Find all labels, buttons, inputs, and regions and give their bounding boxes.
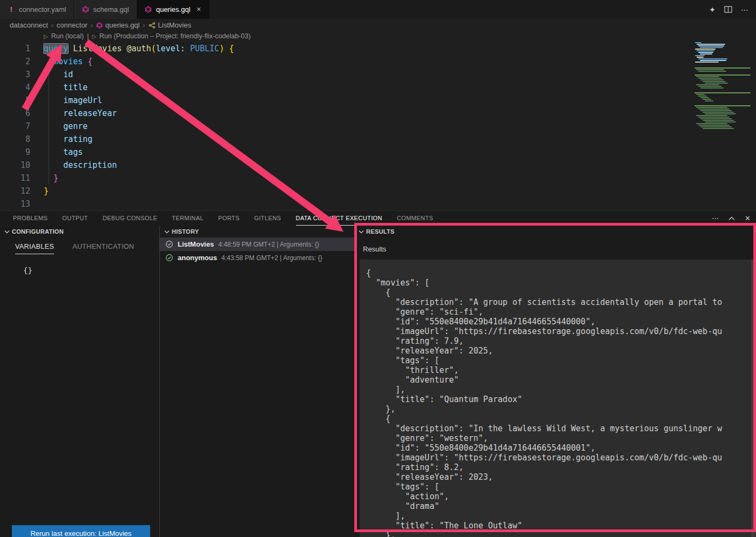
codelens-divider: | [87, 32, 89, 40]
code-text: genre [30, 120, 87, 133]
results-scrollbar[interactable] [751, 260, 755, 537]
tab-connector-yaml[interactable]: ! connector.yaml [0, 0, 74, 19]
tab-variables[interactable]: VARIABLES [15, 243, 54, 254]
code-lines[interactable]: 1query ListMovies @auth(level: PUBLIC) {… [0, 42, 691, 210]
rerun-button[interactable]: Rerun last execution: ListMovies [12, 525, 150, 537]
panel-tab-problems[interactable]: PROBLEMS [13, 211, 48, 226]
line-number: 2 [0, 55, 30, 68]
history-entry-meta: 4:43:58 PM GMT+2 | Arguments: {} [221, 254, 322, 262]
breadcrumb-queries-gql[interactable]: queries.gql [96, 21, 140, 29]
minimap-line [698, 52, 713, 53]
code-line[interactable]: 1query ListMovies @auth(level: PUBLIC) { [0, 42, 691, 55]
minimap-line [694, 105, 751, 106]
panel-tab-output[interactable]: OUTPUT [62, 211, 88, 226]
code-line[interactable]: 7 genre [0, 120, 691, 133]
panel-tab-gitlens[interactable]: GITLENS [254, 211, 281, 226]
code-text: title [30, 81, 87, 94]
code-text: id [30, 68, 73, 81]
minimap-line [698, 78, 721, 79]
breadcrumb-separator: › [91, 22, 93, 29]
code-line[interactable]: 2 movies { [0, 55, 691, 68]
variables-value[interactable]: {} [23, 266, 159, 275]
minimap-line [694, 92, 751, 93]
code-text: rating [30, 133, 92, 146]
panel-tab-terminal[interactable]: TERMINAL [172, 211, 204, 226]
close-icon[interactable]: ✕ [197, 6, 201, 13]
minimap-line [698, 71, 726, 72]
tab-schema-gql[interactable]: schema.gql [74, 0, 137, 19]
minimap-line [695, 49, 716, 50]
symbol-operation-icon [148, 22, 156, 29]
configuration-pane: CONFIGURATION VARIABLES AUTHENTICATION {… [0, 226, 160, 537]
panel-tab-ports[interactable]: PORTS [218, 211, 240, 226]
minimap-line [698, 58, 727, 59]
run-production-link[interactable]: Run (Production – Project: friendly-flix… [99, 32, 251, 40]
tab-label: schema.gql [93, 5, 129, 13]
code-editor[interactable]: ▷ Run (local) | ▷ Run (Production – Proj… [0, 31, 756, 210]
history-entry[interactable]: ListMovies4:48:59 PM GMT+2 | Arguments: … [160, 237, 354, 251]
split-editor-icon[interactable] [724, 6, 732, 13]
history-header[interactable]: HISTORY [160, 226, 354, 237]
code-line[interactable]: 4 title [0, 81, 691, 94]
minimap-line [703, 112, 734, 113]
code-text: imageUrl [30, 94, 102, 107]
tab-authentication[interactable]: AUTHENTICATION [72, 243, 134, 254]
results-pane: RESULTS Results { "movies": [ { "descrip… [354, 226, 756, 537]
tab-label: queries.gql [156, 5, 191, 13]
editor-tab-bar: ! connector.yaml schema.gql [0, 0, 756, 19]
minimap[interactable] [693, 42, 755, 130]
panel-more-icon[interactable]: ⋯ [712, 214, 719, 222]
configuration-header[interactable]: CONFIGURATION [0, 226, 159, 237]
minimap-line [703, 81, 726, 82]
code-line[interactable]: 10 description [0, 159, 691, 172]
code-line[interactable]: 9 tags [0, 146, 691, 159]
results-header[interactable]: RESULTS [354, 226, 756, 237]
code-text: description [30, 159, 117, 172]
results-json-box[interactable]: { "movies": [ { "description": "A group … [360, 260, 756, 537]
minimap-line [696, 69, 724, 70]
vscode-window: ! connector.yaml schema.gql [0, 0, 756, 537]
code-line[interactable]: 5 imageUrl [0, 94, 691, 107]
code-text: query ListMovies @auth(level: PUBLIC) { [30, 42, 234, 55]
minimap-line [703, 128, 734, 129]
panel-tab-debug-console[interactable]: DEBUG CONSOLE [103, 211, 157, 226]
graphql-icon [96, 22, 103, 29]
code-line[interactable]: 8 rating [0, 133, 691, 146]
minimap-line [696, 76, 719, 77]
panel-close-icon[interactable]: ✕ [745, 214, 751, 222]
history-entry[interactable]: anonymous4:43:58 PM GMT+2 | Arguments: {… [160, 251, 354, 264]
more-actions-icon[interactable]: ⋯ [741, 5, 748, 14]
minimap-line [698, 86, 721, 87]
line-number: 7 [0, 120, 30, 133]
line-number: 12 [0, 185, 30, 198]
line-number: 11 [0, 172, 30, 185]
chevron-down-icon [4, 230, 10, 234]
minimap-line [696, 115, 727, 116]
code-line[interactable]: 3 id [0, 68, 691, 81]
line-number: 5 [0, 94, 30, 107]
minimap-line [695, 42, 701, 43]
code-line[interactable]: 11 } [0, 172, 691, 185]
line-number: 3 [0, 68, 30, 81]
history-list: ListMovies4:48:59 PM GMT+2 | Arguments: … [160, 237, 354, 264]
panel-tab-comments[interactable]: COMMENTS [397, 211, 433, 226]
panel-maximize-icon[interactable] [728, 216, 735, 221]
minimap-line [697, 57, 704, 58]
chevron-down-icon [164, 230, 170, 234]
code-line[interactable]: 6 releaseYear [0, 107, 691, 120]
minimap-line [696, 123, 727, 124]
breadcrumb-connector[interactable]: connector [57, 21, 87, 29]
minimap-line [705, 83, 728, 84]
breadcrumb-listmovies[interactable]: ListMovies [148, 21, 191, 29]
breadcrumb-dataconnect[interactable]: dataconnect [10, 21, 48, 29]
code-line[interactable]: 12} [0, 185, 691, 198]
run-local-link[interactable]: Run (local) [51, 32, 84, 40]
tab-queries-gql[interactable]: queries.gql ✕ [137, 0, 210, 19]
code-text: tags [30, 146, 83, 159]
panel-tab-data-connect-execution[interactable]: DATA CONNECT EXECUTION [296, 211, 382, 226]
line-number: 6 [0, 107, 30, 120]
minimap-line [700, 87, 724, 89]
minimap-line [705, 100, 713, 101]
sparkle-icon[interactable]: ✦ [709, 5, 716, 14]
code-line[interactable]: 13 [0, 198, 691, 210]
